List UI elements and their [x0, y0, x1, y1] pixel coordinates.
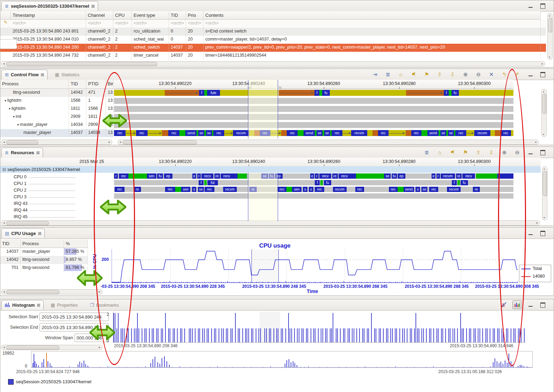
minimize-button[interactable]: [528, 3, 533, 8]
expand-arrow-icon[interactable]: ▾: [5, 99, 7, 102]
timeline-segment[interactable]: rec: [378, 130, 389, 136]
column-header-contents[interactable]: Contents: [204, 11, 541, 20]
statistics-tab[interactable]: ▦ Statistics: [52, 70, 82, 79]
timeline-segment[interactable]: recvm: [447, 187, 461, 192]
cpu-usage-chart[interactable]: [112, 249, 518, 283]
timeline-segment[interactable]: r: [315, 173, 318, 179]
timeline-segment[interactable]: [254, 130, 260, 136]
window-span-field[interactable]: [74, 334, 109, 342]
timeline-segment[interactable]: s: [416, 187, 420, 192]
zoom-in-icon[interactable]: ⊕: [500, 148, 509, 156]
timeline-segment[interactable]: re: [134, 187, 141, 192]
column-header-tid[interactable]: TID: [169, 11, 186, 20]
resource-name-row[interactable]: IRQ 45: [0, 213, 77, 219]
events-hscrollbar[interactable]: ◂▸: [1, 61, 545, 66]
timeline-segment[interactable]: rec: [411, 130, 422, 136]
timeline-segment[interactable]: send: [304, 130, 315, 136]
timeline-segment[interactable]: s: [303, 187, 307, 192]
timeline-segment[interactable]: recv: [319, 173, 331, 179]
resource-name-row[interactable]: IRQ 43: [0, 199, 77, 206]
control-flow-tree-hscrollbar[interactable]: ◂▸: [1, 140, 112, 145]
cpu-usage-row[interactable]: 14037master_player57.285 %: [0, 248, 88, 256]
timeline-segment[interactable]: sen: [292, 187, 301, 192]
timeline-segment[interactable]: [114, 98, 513, 104]
timeline-segment[interactable]: sen: [181, 187, 190, 192]
timeline-segment[interactable]: [398, 187, 404, 192]
expand-arrow-icon[interactable]: ▾: [13, 115, 16, 119]
process-row[interactable]: ▾ master_player14034290913:: [0, 121, 113, 129]
resource-timeline-row[interactable]: rrecsenfueperrecvrerecvsefueperrecvrerec…: [114, 173, 513, 179]
timeline-segment[interactable]: [350, 173, 356, 179]
timeline-segment[interactable]: send: [185, 130, 197, 136]
events-vscrollbar[interactable]: ▴▾: [547, 13, 553, 60]
resource-name-row[interactable]: CPU 3: [0, 193, 77, 199]
event-row[interactable]: 2015-03-25 13:30:54.890 244 200channel0_…: [0, 44, 546, 52]
maximize-button[interactable]: [540, 231, 545, 236]
timeline-segment[interactable]: rec: [114, 130, 126, 136]
reset-time-scale-icon[interactable]: ⌂: [435, 148, 444, 156]
timeline-segment[interactable]: [237, 173, 247, 179]
timeline-segment[interactable]: [114, 106, 513, 112]
timeline-segment[interactable]: [495, 130, 500, 136]
timeline-segment[interactable]: [175, 187, 181, 192]
timeline-segment[interactable]: [298, 130, 304, 136]
timeline-row[interactable]: [114, 121, 513, 129]
timeline-segment[interactable]: [421, 130, 427, 136]
timeline-segment[interactable]: se: [317, 130, 322, 136]
expand-arrow-icon[interactable]: ▾: [9, 107, 12, 111]
timeline-segment[interactable]: recv: [339, 173, 350, 179]
timeline-segment[interactable]: [233, 173, 237, 179]
column-header-channel[interactable]: Channel: [86, 11, 113, 20]
trace-tree-node[interactable]: ⊟ seqSession-20150325-133047/kernel: [0, 166, 541, 173]
resource-timeline-row[interactable]: [114, 206, 513, 213]
zoom-in-icon[interactable]: ⊕: [461, 70, 470, 78]
timeline-segment[interactable]: [128, 173, 147, 179]
timeline-segment[interactable]: f: [315, 180, 320, 185]
resource-name-row[interactable]: CPU 0: [0, 173, 77, 179]
close-icon[interactable]: ⊠: [41, 72, 44, 77]
timeline-segment[interactable]: recvm: [351, 130, 367, 136]
collapse-icon[interactable]: ⊟: [2, 167, 7, 172]
timeline-segment[interactable]: [126, 130, 136, 136]
timeline-segment[interactable]: fu: [157, 173, 163, 179]
timeline-segment[interactable]: fu: [452, 90, 459, 96]
resource-timeline-row[interactable]: [114, 199, 513, 206]
event-row[interactable]: 2015-03-25 13:30:54.890 244 732channel0_…: [0, 52, 546, 60]
timeline-segment[interactable]: r: [114, 173, 118, 179]
timeline-segment[interactable]: [319, 90, 322, 96]
timeline-segment[interactable]: [497, 173, 513, 179]
filter-cell[interactable]: <srch>: [186, 20, 204, 28]
timeline-segment[interactable]: [367, 130, 372, 136]
control-flow-time-axis[interactable]: 13:30:54.89022013:30:54.89024013:30:54.8…: [114, 80, 513, 89]
timeline-segment[interactable]: rec: [500, 130, 511, 136]
histogram-tab[interactable]: Histogram ⊠: [1, 300, 44, 310]
process-row[interactable]: ▾ lightdm1566113:: [0, 97, 113, 105]
timeline-segment[interactable]: ep: [398, 173, 405, 179]
previous-marker-icon[interactable]: ⚑: [448, 148, 457, 156]
filter-cell[interactable]: <srch>: [204, 20, 541, 28]
timeline-segment[interactable]: [342, 130, 351, 136]
timeline-segment[interactable]: [389, 130, 406, 136]
timeline-segment[interactable]: rec: [455, 130, 466, 136]
zoom-out-icon[interactable]: ⊖: [513, 148, 521, 156]
hide-arrows-icon[interactable]: ✕: [487, 70, 496, 78]
maximize-button[interactable]: [540, 3, 545, 9]
timeline-segment[interactable]: se: [448, 130, 454, 136]
properties-tab[interactable]: ▦ Properties: [48, 301, 81, 309]
timeline-segment[interactable]: ep: [164, 173, 172, 179]
timeline-segment[interactable]: rec: [213, 130, 224, 136]
timeline-segment[interactable]: recvm: [441, 173, 455, 179]
process-row[interactable]: master_player140371403413:: [0, 129, 113, 137]
move-up-icon[interactable]: ⇧: [435, 70, 444, 78]
align-views-icon[interactable]: ⇥: [371, 70, 379, 78]
timeline-segment[interactable]: [372, 130, 378, 136]
move-down-icon[interactable]: ⇩: [448, 70, 457, 78]
timeline-segment[interactable]: [165, 90, 199, 96]
bookmarks-tab[interactable]: ❐ Bookmarks: [87, 301, 122, 309]
timeline-segment[interactable]: recvm: [333, 187, 347, 192]
column-header-ptid[interactable]: PTID: [86, 80, 106, 89]
close-icon[interactable]: ⊠: [37, 303, 40, 308]
control-flow-vscrollbar[interactable]: ▴▾: [541, 89, 547, 137]
timeline-segment[interactable]: [466, 130, 474, 136]
resources-time-axis[interactable]: 2015 Mar 25 13:30:54.89022013:30:54.8902…: [0, 158, 541, 166]
